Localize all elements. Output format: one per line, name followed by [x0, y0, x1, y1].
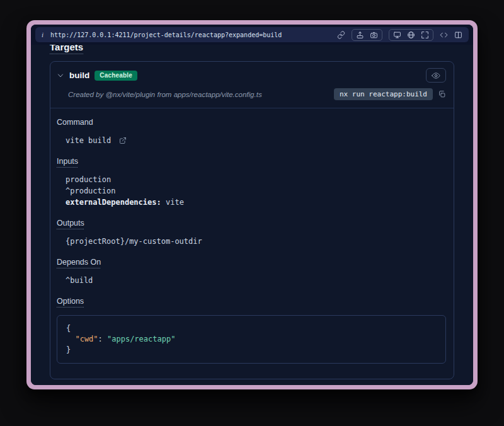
project-details-content: Targets build Cacheable C	[31, 45, 473, 385]
url-text: http://127.0.0.1:4211/project-details/re…	[50, 32, 282, 38]
input-item: ^production	[66, 185, 446, 197]
capture-icon-group	[352, 29, 382, 41]
outputs-section: Outputs {projectRoot}/my-custom-outdir	[57, 218, 446, 247]
json-string-value: "apps/reactapp"	[107, 335, 175, 343]
run-command-chip: nx run reactapp:build	[334, 88, 433, 100]
options-label: Options	[57, 296, 84, 306]
expand-icon[interactable]	[421, 31, 429, 39]
input-item-external-deps: externalDependencies: vite	[66, 197, 446, 208]
code-line: "cwd": "apps/reactapp"	[66, 334, 437, 345]
titlebar-icons	[337, 29, 462, 41]
target-card-build: build Cacheable Created by @nx/vite/plug…	[50, 61, 454, 379]
copy-icon[interactable]	[438, 90, 446, 98]
input-item: production	[66, 174, 446, 185]
globe-icon[interactable]	[407, 31, 415, 39]
monitor-icon[interactable]	[393, 31, 401, 39]
view-target-eye-button[interactable]	[426, 68, 446, 83]
command-section: Command vite build	[57, 117, 446, 146]
command-value: vite build	[66, 135, 446, 146]
eye-icon	[432, 71, 440, 80]
build-card-header: build Cacheable Created by @nx/vite/plug…	[50, 62, 454, 108]
browser-titlebar: i http://127.0.0.1:4211/project-details/…	[31, 25, 473, 45]
view-icon-group	[389, 29, 433, 41]
json-colon: :	[98, 335, 107, 343]
command-value-text: vite build	[66, 136, 111, 145]
camera-icon[interactable]	[370, 31, 378, 39]
link-icon[interactable]	[337, 31, 345, 39]
depends-on-label: Depends On	[57, 257, 101, 267]
output-item: {projectRoot}/my-custom-outdir	[66, 236, 446, 247]
targets-heading: Targets	[50, 45, 83, 52]
code-line: }	[66, 345, 437, 355]
run-command-group: nx run reactapp:build	[334, 88, 446, 100]
command-label: Command	[57, 117, 93, 127]
outputs-label: Outputs	[57, 218, 84, 228]
build-card-body: Command vite build Inputs production ^pr…	[50, 108, 454, 379]
inputs-label: Inputs	[57, 156, 78, 166]
external-link-icon[interactable]	[119, 137, 127, 144]
external-deps-value: vite	[166, 198, 184, 207]
chevron-down-icon[interactable]	[57, 72, 64, 79]
external-deps-key: externalDependencies:	[66, 198, 161, 207]
options-section: Options { "cwd": "apps/reactapp" }	[57, 296, 446, 364]
code-icon[interactable]	[440, 31, 448, 39]
cacheable-badge: Cacheable	[94, 71, 137, 81]
info-icon: i	[42, 31, 43, 38]
open-external-icon[interactable]	[356, 31, 364, 39]
options-code-block: { "cwd": "apps/reactapp" }	[57, 315, 446, 364]
target-name: build	[69, 71, 89, 80]
json-key: "cwd"	[75, 335, 98, 343]
browser-window: i http://127.0.0.1:4211/project-details/…	[26, 20, 478, 389]
created-by-text: Created by @nx/vite/plugin from apps/rea…	[68, 91, 262, 98]
depends-on-item: ^build	[66, 275, 446, 286]
code-line: {	[66, 323, 437, 334]
split-panel-icon[interactable]	[454, 31, 462, 39]
url-bar[interactable]: i http://127.0.0.1:4211/project-details/…	[35, 27, 469, 42]
depends-on-section: Depends On ^build	[57, 257, 446, 286]
window-inner: i http://127.0.0.1:4211/project-details/…	[31, 25, 473, 385]
inputs-section: Inputs production ^production externalDe…	[57, 156, 446, 208]
